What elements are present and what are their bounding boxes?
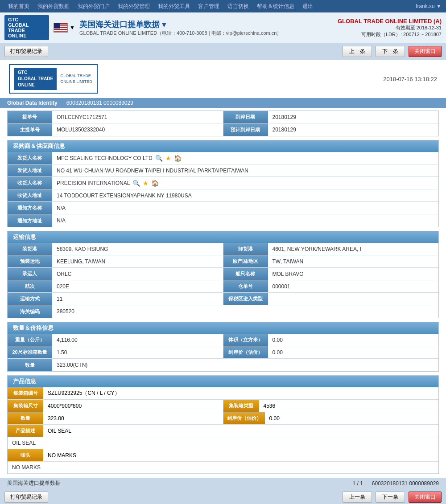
search-icon-shipper[interactable]: 🔍 <box>155 155 163 162</box>
loading-place-col: 预装运地 KEELUNG, TAIWAN <box>8 255 223 267</box>
product-unitprice-col: 到岸价（估价） 0.00 <box>223 412 439 424</box>
product-section: 产品信息 集装箱编号 SZLU9232925（CN / L / CY） 集装箱尺… <box>7 375 439 474</box>
container-qty-value: 1.50 <box>52 346 223 358</box>
marks-label: 唛头 <box>8 449 43 461</box>
bol-col: 仓单号 000001 <box>223 280 439 292</box>
unit-price-value: 0.00 <box>268 346 439 358</box>
prev-button-top[interactable]: 上一条 <box>343 46 372 57</box>
nav-language[interactable]: 语言切换 <box>224 1 252 12</box>
print-button-bottom[interactable]: 打印贸易记录 <box>4 492 48 503</box>
flag-area[interactable]: ▼ <box>54 23 75 33</box>
nav-portal[interactable]: 我的外贸门户 <box>74 1 113 12</box>
shipper-name-label: 发货人名称 <box>8 152 52 164</box>
nav-home[interactable]: 我的首页 <box>4 1 33 12</box>
ftz-value <box>268 293 439 305</box>
carrier-vessel-row: 承运人 ORLC 船只名称 MOL BRAVO <box>8 268 438 280</box>
quota-info: 可用时段（LDR）: 200712 ~ 201807 <box>338 31 442 38</box>
product-desc-row: 产品描述 OIL SEAL <box>8 425 438 437</box>
ftz-label: 保税区进入类型 <box>223 293 268 305</box>
gdi-bar: Global Data Identity 600320180131 000008… <box>0 98 446 108</box>
weight-label: 重量（公斤） <box>8 334 52 346</box>
discharge-port-value: 4601, NEW YORK/NEWARK AREA, I <box>268 243 439 255</box>
account-name: GLOBAL TRADE ONLINE LIMITED (A) <box>338 18 442 25</box>
consignee-addr-label: 收货人地址 <box>8 189 52 201</box>
nav-logout[interactable]: 退出 <box>299 1 317 12</box>
shipper-addr-label: 发货人地址 <box>8 164 52 176</box>
container-size-value: 4000*900*800 <box>43 400 223 412</box>
bill-section: 提单号 ORLCENYC1712571 到岸日期 20180129 主提单号 M… <box>7 111 439 136</box>
est-arrival-col: 预计到岸日期 20180129 <box>223 123 439 136</box>
bol-label: 仓单号 <box>223 280 268 292</box>
product-unitprice-value: 0.00 <box>265 412 439 424</box>
notify-addr-label: 通知方地址 <box>8 214 52 227</box>
container-type-label: 集装箱类型 <box>223 400 259 412</box>
doc-logo: GTCGLOBAL TRADEONLINE GLOBAL TRADEONLINE… <box>9 64 98 94</box>
user-info[interactable]: frank.xu ▼ <box>416 3 442 9</box>
loading-port-label: 装货港 <box>8 243 52 255</box>
bol-value: 000001 <box>268 280 439 292</box>
next-button-top[interactable]: 下一条 <box>376 46 405 57</box>
product-title: 产品信息 <box>8 376 438 387</box>
bill-row: 提单号 ORLCENYC1712571 到岸日期 20180129 <box>8 111 438 123</box>
transport-mode-value: 11 <box>52 293 223 305</box>
marks-content: NO MARKS <box>8 462 438 474</box>
doc-header: GTCGLOBAL TRADEONLINE GLOBAL TRADEONLINE… <box>0 60 446 98</box>
transport-mode-label: 运输方式 <box>8 293 52 305</box>
procurement-section: 采购商＆供应商信息 发货人名称 MFC SEALING TECHNOLOGY C… <box>7 140 439 227</box>
vessel-value: MOL BRAVO <box>268 268 439 280</box>
site-title: 美国海关进口提单数据 ▾ <box>79 19 338 30</box>
quantity-price-title: 数量＆价格信息 <box>8 322 438 334</box>
carrier-col: 承运人 ORLC <box>8 268 223 280</box>
loading-port-value: 58309, KAO HSIUNG <box>52 243 223 255</box>
star-icon-shipper[interactable]: ★ <box>165 155 171 162</box>
quantity-label: 数量 <box>8 359 52 371</box>
star-icon-consignee[interactable]: ★ <box>143 180 149 187</box>
close-button-bottom[interactable]: 关闭窗口 <box>409 492 442 503</box>
bottom-bar: 美国海关进口提单数据 1 / 1 600320180131 0000089029 <box>0 478 446 489</box>
container-no-row: 集装箱编号 SZLU9232925（CN / L / CY） <box>8 387 438 400</box>
procurement-title: 采购商＆供应商信息 <box>8 140 438 152</box>
next-button-bottom[interactable]: 下一条 <box>376 492 405 503</box>
prev-button-bottom[interactable]: 上一条 <box>343 492 372 503</box>
nav-tools[interactable]: 我的外贸工具 <box>154 1 194 12</box>
consignee-name-value: PRECISION INTERNATIONAL 🔍 ★ 🏠 <box>52 177 438 189</box>
consignee-name-row: 收货人名称 PRECISION INTERNATIONAL 🔍 ★ 🏠 <box>8 177 438 189</box>
valid-until: 有效期至 2018-12-31 <box>338 25 442 31</box>
nav-trade-data[interactable]: 我的外贸数据 <box>34 1 73 12</box>
carrier-value: ORLC <box>52 268 223 280</box>
unit-price-col: 到岸价（估价） 0.00 <box>223 346 439 358</box>
discharge-port-label: 卸货港 <box>223 243 268 255</box>
volume-col: 体积（立方米） 0.00 <box>223 334 439 346</box>
nav-management[interactable]: 我的外贸管理 <box>114 1 153 12</box>
voyage-value: 020E <box>52 280 223 292</box>
transport-ftz-row: 运输方式 11 保税区进入类型 <box>8 293 438 305</box>
container-size-type-row: 集装箱尺寸 4000*900*800 集装箱类型 4536 <box>8 400 438 412</box>
home-icon-shipper[interactable]: 🏠 <box>174 155 182 162</box>
master-bill-value: MOLU13502332040 <box>52 123 223 136</box>
doc-logo-img: GTCGLOBAL TRADEONLINE <box>14 68 57 90</box>
ftz-col: 保税区进入类型 <box>223 293 439 305</box>
container-size-col: 集装箱尺寸 4000*900*800 <box>8 400 223 412</box>
gdi-label: Global Data Identity <box>7 100 58 106</box>
weight-col: 重量（公斤） 4,116.00 <box>8 334 223 346</box>
origin-country-value: TW, TAIWAN <box>268 255 439 267</box>
place-origin-row: 预装运地 KEELUNG, TAIWAN 原产国/地区 TW, TAIWAN <box>8 255 438 268</box>
notify-addr-value: N/A <box>52 214 438 227</box>
vessel-label: 船只名称 <box>223 268 268 280</box>
home-icon-consignee[interactable]: 🏠 <box>151 180 159 187</box>
voyage-label: 航次 <box>8 280 52 292</box>
vessel-col: 船只名称 MOL BRAVO <box>223 268 439 280</box>
container-qty-label: 20尺标准箱数量 <box>8 346 52 358</box>
print-button-top[interactable]: 打印贸易记录 <box>4 46 48 57</box>
marks-row: 唛头 NO MARKS <box>8 449 438 462</box>
container-no-value: SZLU9232925（CN / L / CY） <box>43 387 438 399</box>
port-row: 装货港 58309, KAO HSIUNG 卸货港 4601, NEW YORK… <box>8 243 438 255</box>
nav-help[interactable]: 帮助＆统计信息 <box>253 1 298 12</box>
product-qty-unitprice-row: 数量 323.00 到岸价（估价） 0.00 <box>8 412 438 425</box>
arrival-date-value: 20180129 <box>268 111 439 123</box>
nav-customer[interactable]: 客户管理 <box>194 1 223 12</box>
close-button-top[interactable]: 关闭窗口 <box>409 46 442 57</box>
origin-country-col: 原产国/地区 TW, TAIWAN <box>223 255 439 267</box>
customs-code-value: 380520 <box>52 305 438 318</box>
search-icon-consignee[interactable]: 🔍 <box>132 180 140 187</box>
